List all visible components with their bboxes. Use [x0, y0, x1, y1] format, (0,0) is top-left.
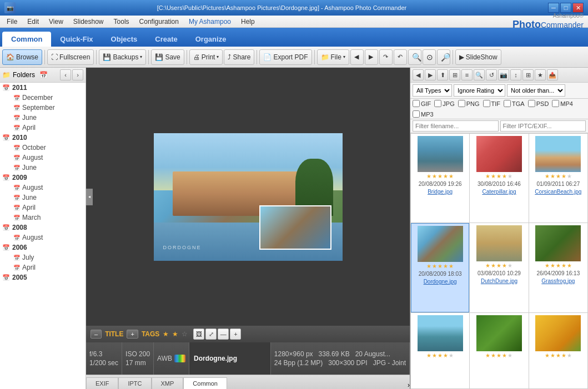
- rt-camera-button[interactable]: 📷: [498, 69, 509, 80]
- menu-tools[interactable]: Tools: [109, 17, 134, 27]
- month-september[interactable]: 📅 September: [0, 103, 86, 113]
- month-june-2009[interactable]: 📅 June: [0, 193, 86, 203]
- nav-forward-button[interactable]: ▶: [365, 49, 378, 65]
- slideshow-button[interactable]: ▶ SlideShow: [455, 49, 501, 65]
- menu-myashampoo[interactable]: My Ashampoo: [184, 17, 235, 27]
- month-august-2010[interactable]: 📅 August: [0, 153, 86, 163]
- rt-sort-button[interactable]: ↕: [510, 69, 521, 80]
- menu-slideshow[interactable]: Slideshow: [69, 17, 108, 27]
- rt-up-button[interactable]: ⬆: [437, 69, 448, 80]
- rt-back-button[interactable]: ◀: [413, 69, 424, 80]
- tab-quickfix[interactable]: Quick-Fix: [51, 32, 102, 47]
- browse-button[interactable]: 🏠 Browse: [2, 49, 42, 65]
- tab-exif[interactable]: EXIF: [86, 377, 118, 389]
- month-june-2010[interactable]: 📅 June: [0, 163, 86, 173]
- cb-jpg[interactable]: JPG: [434, 100, 454, 107]
- rt-star-button[interactable]: ★: [535, 69, 546, 80]
- rotate-ccw-button[interactable]: ↶: [394, 49, 407, 65]
- cb-png[interactable]: PNG: [458, 100, 480, 107]
- thumb-sunflower[interactable]: ★ ★ ★ ★ ★: [529, 313, 587, 388]
- rt-filter-button[interactable]: ⊞: [522, 69, 534, 80]
- year-2006[interactable]: 📅 2006: [0, 243, 86, 252]
- cb-mp3[interactable]: MP3: [413, 110, 434, 118]
- month-april-2006[interactable]: 📅 April: [0, 262, 86, 272]
- tab-iptc[interactable]: IPTC: [118, 377, 151, 389]
- add-tag-button[interactable]: +: [127, 330, 138, 339]
- month-april-2011[interactable]: 📅 April: [0, 123, 86, 133]
- thumb-name-dordogne[interactable]: Dordogne.jpg: [424, 279, 457, 285]
- tab-organize[interactable]: Organize: [187, 32, 235, 47]
- month-june-2011[interactable]: 📅 June: [0, 113, 86, 123]
- rt-refresh-button[interactable]: ↺: [486, 69, 497, 80]
- share-button[interactable]: ⤴ Share: [224, 49, 254, 65]
- month-october[interactable]: 📅 October: [0, 143, 86, 153]
- filename-filter[interactable]: [413, 120, 499, 132]
- year-2005[interactable]: 📅 2005: [0, 272, 86, 282]
- menu-file[interactable]: File: [2, 17, 22, 27]
- export-pdf-button[interactable]: 📄 Export PDF: [259, 49, 311, 65]
- cb-tga[interactable]: TGA: [504, 100, 525, 107]
- close-button[interactable]: ✕: [572, 3, 584, 13]
- year-2009[interactable]: 📅 2009: [0, 173, 86, 183]
- thumb-bridge[interactable]: ★ ★ ★ ★ ★ 20/08/2009 19:26 Bridge.jpg: [411, 134, 469, 223]
- age-filter[interactable]: Not older than...: [507, 84, 565, 97]
- tab-common[interactable]: Common: [2, 32, 51, 47]
- year-2011[interactable]: 📅 2011: [0, 83, 86, 93]
- thumb-name-caterpillar[interactable]: Caterpillar.jpg: [482, 189, 516, 195]
- month-august-2008[interactable]: 📅 August: [0, 233, 86, 243]
- zoom-out-button[interactable]: 🔍: [408, 49, 421, 65]
- save-button[interactable]: 💾 Save: [151, 49, 184, 65]
- thumb-name-dutchdune[interactable]: DutchDune.jpg: [481, 278, 517, 284]
- rotate-cw-button[interactable]: ↷: [379, 49, 393, 65]
- thumb-name-grassfrog[interactable]: Grassfrog.jpg: [541, 278, 575, 284]
- month-april-2009[interactable]: 📅 April: [0, 203, 86, 213]
- file-button[interactable]: 📁 File ▾: [317, 49, 349, 65]
- thumb-corsican[interactable]: ★ ★ ★ ★ ★ 01/09/2011 06:27 CorsicanBeach…: [529, 134, 587, 223]
- tags-icon-btn[interactable]: 🖼: [193, 329, 204, 340]
- rt-forward-button[interactable]: ▶: [425, 69, 436, 80]
- tab-objects[interactable]: Objects: [102, 32, 147, 47]
- month-march[interactable]: 📅 March: [0, 213, 86, 223]
- month-july[interactable]: 📅 July: [0, 252, 86, 262]
- thumb-grassfrog[interactable]: ★ ★ ★ ★ ★ 26/04/2009 16:13 Grassfrog.jpg: [529, 223, 587, 313]
- tab-xmp[interactable]: XMP: [152, 377, 184, 389]
- menu-view[interactable]: View: [44, 17, 68, 27]
- type-filter[interactable]: All Types: [413, 84, 452, 97]
- zoom-in-button[interactable]: 🔎: [437, 49, 450, 65]
- menu-help[interactable]: Help: [237, 17, 259, 27]
- tags-resize-btn[interactable]: ⤢: [205, 329, 217, 340]
- rt-search-button[interactable]: 🔍: [474, 69, 485, 80]
- iptc-filter[interactable]: [500, 120, 586, 132]
- prev-folder-button[interactable]: ‹: [60, 69, 71, 80]
- minimize-button[interactable]: ─: [548, 3, 559, 13]
- cb-psd[interactable]: PSD: [528, 100, 549, 107]
- month-august-2009[interactable]: 📅 August: [0, 183, 86, 193]
- tags-minus-btn[interactable]: —: [218, 329, 229, 340]
- thumb-macro[interactable]: ★ ★ ★ ★ ★: [470, 313, 528, 388]
- thumb-river[interactable]: ★ ★ ★ ★ ★: [411, 313, 469, 388]
- thumb-dordogne[interactable]: ★ ★ ★ ★ ★ 20/08/2009 18:03 Dordogne.jpg: [411, 223, 469, 313]
- menu-edit[interactable]: Edit: [23, 17, 43, 27]
- cb-gif[interactable]: GIF: [413, 100, 431, 107]
- rt-grid-button[interactable]: ⊞: [449, 69, 460, 80]
- fullscreen-button[interactable]: ⛶ Fullscreen: [47, 49, 94, 65]
- month-december[interactable]: 📅 December: [0, 93, 86, 103]
- year-2008[interactable]: 📅 2008: [0, 223, 86, 233]
- rt-list-button[interactable]: ≡: [461, 69, 473, 80]
- rating-filter[interactable]: Ignore Rating: [454, 84, 505, 97]
- zoom-fit-button[interactable]: ⊙: [423, 49, 436, 65]
- cb-tif[interactable]: TIF: [483, 100, 501, 107]
- cb-mp4[interactable]: MP4: [552, 100, 573, 107]
- next-folder-button[interactable]: ›: [72, 69, 83, 80]
- thumb-caterpillar[interactable]: ★ ★ ★ ★ ★ 30/08/2010 16:46 Caterpillar.j…: [470, 134, 528, 223]
- tab-common-bottom[interactable]: Common: [183, 377, 227, 389]
- tab-create[interactable]: Create: [146, 32, 186, 47]
- tags-plus-btn[interactable]: +: [230, 329, 241, 340]
- thumb-name-bridge[interactable]: Bridge.jpg: [428, 189, 453, 195]
- nav-back-button[interactable]: ◀: [350, 49, 364, 65]
- tab-scroll-arrow[interactable]: ›: [408, 381, 410, 389]
- remove-tag-button[interactable]: –: [91, 330, 102, 339]
- maximize-button[interactable]: □: [560, 3, 571, 13]
- menu-configuration[interactable]: Configuration: [135, 17, 183, 27]
- backups-button[interactable]: 💾 Backups ▾: [99, 49, 146, 65]
